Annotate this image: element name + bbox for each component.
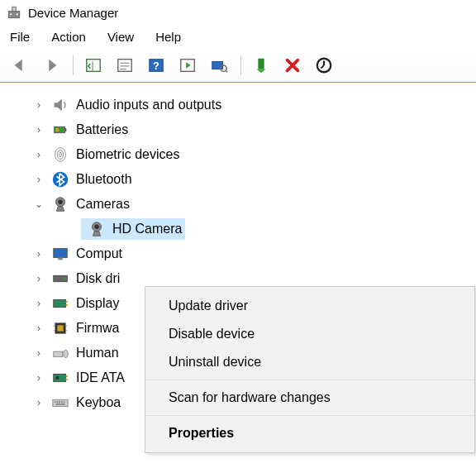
titlebar: Device Manager <box>0 0 476 25</box>
menu-disable-device[interactable]: Disable device <box>145 320 474 348</box>
svg-point-3 <box>17 13 18 15</box>
svg-rect-50 <box>56 401 58 403</box>
enable-button[interactable] <box>246 54 276 77</box>
back-button[interactable] <box>5 54 35 77</box>
chevron-right-icon[interactable]: › <box>33 124 45 136</box>
uninstall-button[interactable] <box>278 54 307 77</box>
tree-item-biometric[interactable]: › Biometric devices <box>0 142 476 167</box>
tree-item-label: Cameras <box>76 197 130 212</box>
svg-rect-29 <box>54 249 68 258</box>
svg-rect-44 <box>54 374 66 381</box>
svg-rect-45 <box>56 376 60 380</box>
device-manager-icon <box>7 5 21 20</box>
svg-point-2 <box>10 13 12 15</box>
disk-icon <box>51 270 69 288</box>
speaker-icon <box>51 96 69 114</box>
monitor-icon <box>51 245 69 263</box>
svg-rect-46 <box>65 375 68 377</box>
tree-item-hd-camera[interactable]: HD Camera <box>0 217 476 241</box>
tree-item-label: Human <box>76 346 119 361</box>
menu-view[interactable]: View <box>107 30 134 44</box>
chevron-right-icon[interactable]: › <box>33 372 45 384</box>
tree-item-label: Keyboa <box>76 395 121 410</box>
chevron-right-icon[interactable]: › <box>33 149 45 160</box>
chevron-right-icon[interactable]: › <box>33 99 45 111</box>
svg-point-26 <box>58 200 63 205</box>
tree-item-label: Firmwa <box>76 321 119 336</box>
chevron-right-icon[interactable]: › <box>33 298 45 309</box>
svg-line-15 <box>226 70 227 72</box>
chevron-right-icon[interactable]: › <box>33 347 45 359</box>
tree-item-label: IDE ATA <box>76 370 125 385</box>
menu-properties[interactable]: Properties <box>145 419 474 447</box>
fingerprint-icon <box>51 146 69 164</box>
svg-rect-51 <box>59 401 60 403</box>
svg-rect-33 <box>54 299 66 307</box>
svg-rect-6 <box>118 60 132 72</box>
chevron-right-icon[interactable]: › <box>33 397 45 408</box>
svg-rect-13 <box>212 61 223 69</box>
svg-rect-49 <box>55 401 56 403</box>
ide-controller-icon <box>51 369 69 387</box>
menu-file[interactable]: File <box>10 30 30 44</box>
forward-button[interactable] <box>36 54 66 77</box>
help-button[interactable]: ? <box>141 54 171 77</box>
svg-rect-34 <box>65 301 68 303</box>
svg-rect-37 <box>57 325 63 331</box>
svg-text:?: ? <box>153 60 159 72</box>
chevron-right-icon[interactable]: › <box>33 273 45 284</box>
tree-item-label: Comput <box>76 246 122 261</box>
toolbar: ? <box>0 50 476 83</box>
properties-button[interactable] <box>110 54 140 77</box>
svg-point-43 <box>64 350 69 357</box>
disable-button[interactable] <box>309 54 339 77</box>
tree-item-audio[interactable]: › Audio inputs and outputs <box>0 93 476 117</box>
context-menu: Update driver Disable device Uninstall d… <box>145 286 475 453</box>
svg-point-20 <box>55 128 60 132</box>
menu-divider <box>145 380 474 380</box>
svg-rect-30 <box>58 258 63 260</box>
chevron-right-icon[interactable]: › <box>33 322 45 334</box>
menu-scan-hardware[interactable]: Scan for hardware changes <box>145 384 474 412</box>
chevron-down-icon[interactable]: ⌄ <box>33 198 45 210</box>
keyboard-icon <box>51 394 69 412</box>
svg-point-32 <box>64 278 66 279</box>
svg-rect-42 <box>54 351 63 356</box>
menu-help[interactable]: Help <box>155 30 181 44</box>
svg-rect-53 <box>64 401 65 403</box>
show-hidden-button[interactable] <box>79 54 108 77</box>
update-driver-button[interactable] <box>204 54 234 77</box>
tree-item-computer[interactable]: › Comput <box>0 241 476 266</box>
svg-rect-1 <box>12 7 17 11</box>
menu-divider <box>145 415 474 416</box>
tree-item-label: Bluetooth <box>76 172 132 187</box>
tree-item-label: Batteries <box>76 122 128 137</box>
bluetooth-icon <box>51 170 69 189</box>
svg-rect-48 <box>53 399 68 406</box>
tree-item-batteries[interactable]: › Batteries <box>0 117 476 142</box>
svg-rect-35 <box>65 304 68 306</box>
tree-item-label: Audio inputs and outputs <box>76 98 221 112</box>
menu-uninstall-device[interactable]: Uninstall device <box>145 348 474 376</box>
tree-item-label: Display <box>76 296 119 311</box>
tree-item-bluetooth[interactable]: › Bluetooth <box>0 167 476 192</box>
tree-item-cameras[interactable]: ⌄ Cameras <box>0 192 476 217</box>
chevron-right-icon[interactable]: › <box>33 174 45 185</box>
menu-update-driver[interactable]: Update driver <box>145 292 474 320</box>
toolbar-separator <box>240 55 241 75</box>
menubar: File Action View Help <box>0 25 476 50</box>
scan-button[interactable] <box>173 54 202 77</box>
svg-point-23 <box>60 152 62 157</box>
svg-rect-52 <box>61 401 63 403</box>
hid-icon <box>51 344 69 362</box>
camera-icon <box>88 220 106 238</box>
svg-rect-16 <box>258 59 264 69</box>
display-adapter-icon <box>51 294 69 313</box>
camera-icon <box>51 195 69 213</box>
battery-icon <box>51 121 69 139</box>
svg-point-22 <box>57 150 63 160</box>
chevron-right-icon[interactable]: › <box>33 248 45 260</box>
menu-action[interactable]: Action <box>51 30 86 44</box>
svg-rect-54 <box>56 404 65 405</box>
svg-rect-19 <box>65 128 67 131</box>
